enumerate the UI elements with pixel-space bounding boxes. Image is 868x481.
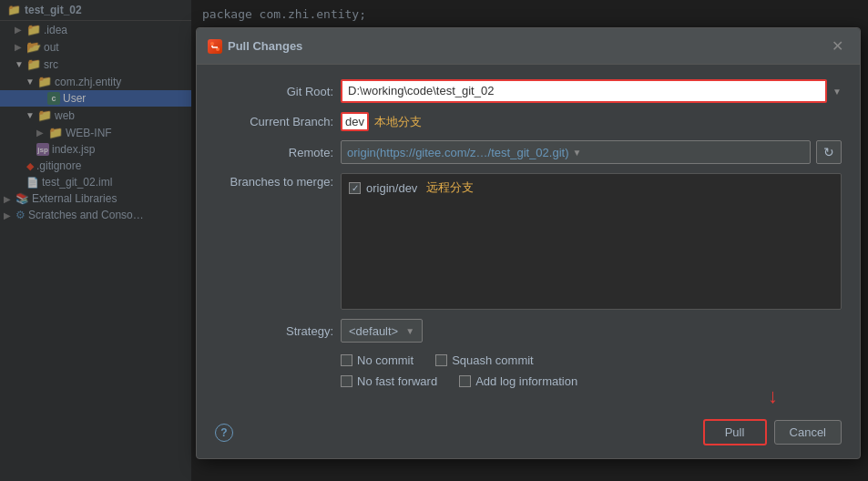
dialog-body: Git Root: D:\working\code\test_git_02 ▼ … [197,65,860,410]
footer-left: ? [215,424,233,442]
squash-commit-option[interactable]: Squash commit [435,353,534,367]
svg-point-0 [210,42,214,46]
git-dialog-icon [208,39,222,54]
branch-checkbox[interactable] [349,182,361,194]
dialog-footer: ? ↓ Pull Cancel [197,410,860,458]
branch-item[interactable]: origin/dev 远程分支 [345,178,837,198]
options-row-1: No commit Squash commit [215,353,842,367]
no-fast-forward-option[interactable]: No fast forward [341,374,437,388]
branches-label: Branches to merge: [215,173,333,189]
git-root-row: Git Root: D:\working\code\test_git_02 ▼ [215,79,842,103]
remote-control: origin(https://gitee.com/z…/test_git_02.… [341,140,842,164]
git-root-label: Git Root: [215,85,333,98]
remote-dropdown-arrow: ▼ [573,148,582,158]
pull-changes-dialog: Pull Changes ✕ Git Root: D:\working\code… [196,27,861,459]
red-arrow-annotation: ↓ [768,384,778,408]
strategy-label: Strategy: [215,324,333,338]
git-root-control: D:\working\code\test_git_02 ▼ [341,79,842,103]
strategy-dropdown[interactable]: <default> ▼ [341,319,423,343]
dialog-titlebar: Pull Changes ✕ [197,28,860,65]
current-branch-label: Current Branch: [215,115,333,128]
help-button[interactable]: ? [215,424,233,442]
dialog-title: Pull Changes [208,39,302,54]
git-root-dropdown-arrow[interactable]: ▼ [832,87,842,97]
dialog-close-button[interactable]: ✕ [826,36,849,56]
remote-refresh-button[interactable]: ↻ [816,140,842,164]
current-branch-control: dev 本地分支 [341,112,842,131]
add-log-option[interactable]: Add log information [459,374,577,388]
cancel-button[interactable]: Cancel [774,420,842,445]
current-branch-row: Current Branch: dev 本地分支 [215,112,842,131]
no-commit-option[interactable]: No commit [341,353,414,367]
remote-label: Remote: [215,146,333,159]
current-branch-value: dev [341,112,369,131]
options-row-2: No fast forward Add log information [215,374,842,388]
no-fast-forward-checkbox[interactable] [341,375,352,387]
branches-row: Branches to merge: origin/dev 远程分支 [215,173,842,310]
no-commit-checkbox[interactable] [341,354,352,366]
remote-row: Remote: origin(https://gitee.com/z…/test… [215,140,842,164]
pull-button[interactable]: Pull [703,419,767,445]
footer-right: ↓ Pull Cancel [703,419,842,445]
strategy-row: Strategy: <default> ▼ [215,319,842,343]
squash-commit-checkbox[interactable] [435,354,447,366]
git-root-field[interactable]: D:\working\code\test_git_02 [341,79,827,103]
add-log-checkbox[interactable] [459,375,471,387]
strategy-dropdown-arrow: ▼ [405,326,414,336]
remote-dropdown[interactable]: origin(https://gitee.com/z…/test_git_02.… [341,140,811,164]
current-branch-annotation: 本地分支 [374,114,422,130]
branch-item-label: origin/dev [366,181,417,195]
branch-annotation: 远程分支 [426,179,474,196]
branches-list[interactable]: origin/dev 远程分支 [341,173,842,310]
